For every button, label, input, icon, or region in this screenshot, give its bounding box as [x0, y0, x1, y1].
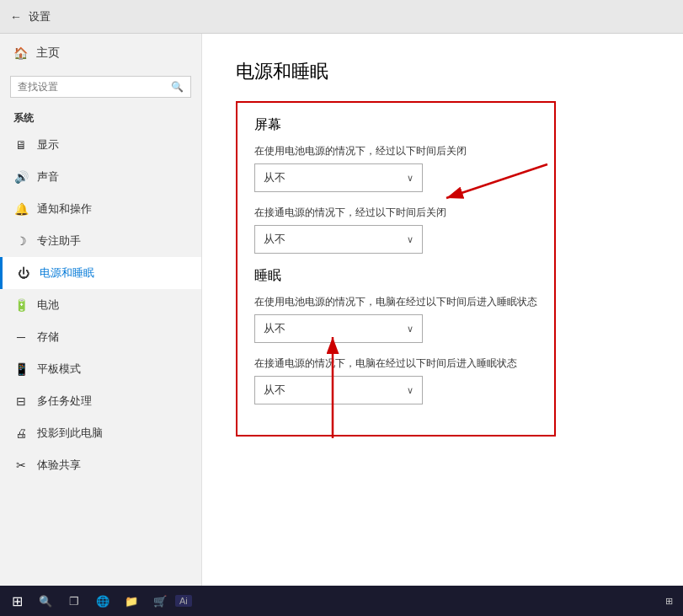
screen-dropdown2[interactable]: 从不 ∨ [254, 225, 423, 254]
taskbar-search-icon[interactable]: 🔍 [32, 587, 59, 614]
main-layout: 🏠 主页 🔍 系统 🖥 显示 🔊 声音 🔔 通知和操作 ☽ 专注助手 ⏻ 电源和… [0, 34, 683, 586]
sleep-desc2: 在接通电源的情况下，电脑在经过以下时间后进入睡眠状态 [254, 356, 537, 371]
title-bar-title: 设置 [29, 9, 51, 24]
sidebar-item-sound[interactable]: 🔊 声音 [0, 161, 201, 193]
assist-icon: ☽ [13, 233, 29, 249]
sidebar-item-display[interactable]: 🖥 显示 [0, 129, 201, 161]
chevron-down-icon: ∨ [407, 234, 414, 245]
search-box[interactable]: 🔍 [10, 76, 191, 98]
sidebar-item-label: 声音 [37, 169, 59, 185]
screen-heading: 屏幕 [254, 116, 537, 134]
sidebar-item-tablet[interactable]: 📱 平板模式 [0, 353, 201, 385]
screen-desc1: 在使用电池电源的情况下，经过以下时间后关闭 [254, 144, 537, 158]
taskbar-task-view[interactable]: ❐ [61, 587, 88, 614]
sidebar-home[interactable]: 🏠 主页 [0, 34, 201, 72]
sidebar-item-label: 投影到此电脑 [37, 426, 103, 441]
sidebar-item-label: 显示 [37, 137, 59, 153]
sidebar-item-notify[interactable]: 🔔 通知和操作 [0, 193, 201, 225]
storage-icon: ─ [13, 329, 29, 345]
home-label: 主页 [36, 46, 60, 61]
sidebar-item-label: 多任务处理 [37, 394, 92, 409]
taskbar-time: ⊞ [665, 596, 673, 607]
back-button[interactable]: ← [10, 10, 22, 24]
sidebar-item-battery[interactable]: 🔋 电池 [0, 289, 201, 321]
search-icon: 🔍 [171, 81, 184, 93]
taskbar-right: ⊞ [665, 596, 680, 607]
content-area: 电源和睡眠 屏幕 在使用电池电源的情况下，经过以下时间后关闭 从不 ∨ 在接通电… [202, 34, 683, 586]
sidebar-item-power[interactable]: ⏻ 电源和睡眠 [0, 257, 201, 289]
taskbar: ⊞ 🔍 ❐ 🌐 📁 🛒 Ai ⊞ [0, 586, 683, 616]
screen-dropdown2-value: 从不 [264, 232, 285, 247]
sidebar: 🏠 主页 🔍 系统 🖥 显示 🔊 声音 🔔 通知和操作 ☽ 专注助手 ⏻ 电源和… [0, 34, 202, 586]
sidebar-item-label: 存储 [37, 329, 59, 345]
sidebar-item-storage[interactable]: ─ 存储 [0, 321, 201, 353]
section-label: 系统 [0, 104, 201, 129]
sleep-dropdown1[interactable]: 从不 ∨ [254, 314, 423, 343]
screen-section: 屏幕 在使用电池电源的情况下，经过以下时间后关闭 从不 ∨ 在接通电源的情况下，… [254, 116, 537, 254]
sound-icon: 🔊 [13, 169, 29, 185]
taskbar-edge-icon[interactable]: 🌐 [89, 587, 116, 614]
sidebar-item-label: 电源和睡眠 [40, 265, 94, 281]
chevron-down-icon: ∨ [407, 324, 414, 335]
sidebar-item-share[interactable]: ✂ 体验共享 [0, 449, 201, 481]
sleep-desc1: 在使用电池电源的情况下，电脑在经过以下时间后进入睡眠状态 [254, 295, 537, 309]
taskbar-folder-icon[interactable]: 📁 [118, 587, 145, 614]
title-bar: ← 设置 [0, 0, 683, 34]
sidebar-item-label: 通知和操作 [37, 201, 92, 217]
sleep-heading: 睡眠 [254, 267, 537, 285]
screen-dropdown1[interactable]: 从不 ∨ [254, 163, 423, 192]
notify-icon: 🔔 [13, 201, 29, 217]
tablet-icon: 📱 [13, 362, 29, 377]
sidebar-item-label: 电池 [37, 297, 59, 313]
share-icon: ✂ [13, 458, 29, 473]
start-button[interactable]: ⊞ [3, 587, 30, 614]
page-title: 电源和睡眠 [236, 59, 649, 84]
sleep-section: 睡眠 在使用电池电源的情况下，电脑在经过以下时间后进入睡眠状态 从不 ∨ 在接通… [254, 267, 537, 404]
sleep-dropdown2-value: 从不 [264, 383, 285, 398]
project-icon: 🖨 [13, 426, 29, 441]
taskbar-store-icon[interactable]: 🛒 [147, 587, 173, 614]
power-icon: ⏻ [16, 265, 31, 281]
chevron-down-icon: ∨ [407, 385, 414, 396]
sidebar-item-label: 专注助手 [37, 233, 81, 249]
settings-box: 屏幕 在使用电池电源的情况下，经过以下时间后关闭 从不 ∨ 在接通电源的情况下，… [236, 101, 556, 437]
sleep-dropdown1-value: 从不 [264, 321, 285, 336]
display-icon: 🖥 [13, 137, 29, 153]
home-icon: 🏠 [13, 46, 28, 60]
search-input[interactable] [18, 81, 166, 93]
sidebar-item-label: 平板模式 [37, 362, 81, 377]
ai-badge: Ai [175, 595, 192, 607]
multitask-icon: ⊟ [13, 394, 29, 409]
sidebar-item-assist[interactable]: ☽ 专注助手 [0, 225, 201, 257]
screen-dropdown1-value: 从不 [264, 170, 285, 185]
sleep-dropdown2[interactable]: 从不 ∨ [254, 376, 423, 404]
sidebar-item-label: 体验共享 [37, 458, 81, 473]
battery-icon: 🔋 [13, 297, 29, 313]
sidebar-item-multitask[interactable]: ⊟ 多任务处理 [0, 385, 201, 417]
screen-desc2: 在接通电源的情况下，经过以下时间后关闭 [254, 206, 537, 220]
chevron-down-icon: ∨ [407, 173, 414, 184]
sidebar-item-project[interactable]: 🖨 投影到此电脑 [0, 417, 201, 449]
